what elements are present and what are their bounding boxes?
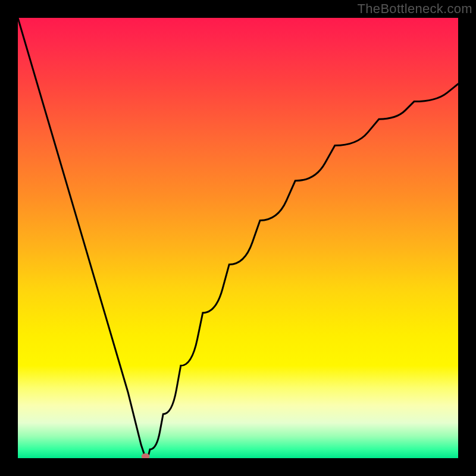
chart-frame: TheBottleneck.com (0, 0, 476, 476)
watermark-text: TheBottleneck.com (358, 1, 472, 17)
plot-area (18, 18, 458, 458)
bottleneck-curve (18, 18, 458, 458)
curve-svg (18, 18, 458, 458)
